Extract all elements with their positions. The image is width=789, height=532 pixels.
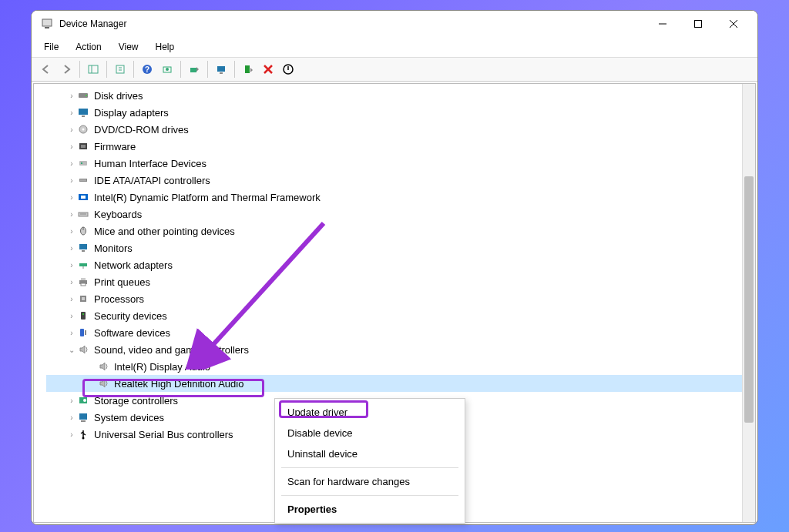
svg-point-23 — [86, 95, 87, 96]
tree-node-ide[interactable]: ›IDE ATA/ATAPI controllers — [46, 172, 755, 189]
tree-node-label: System devices — [94, 412, 164, 423]
toolbar-separator — [79, 61, 80, 78]
context-menu-item-scan-for-hardware-changes[interactable]: Scan for hardware changes — [275, 471, 465, 492]
chevron-icon[interactable]: › — [66, 261, 77, 269]
svg-point-57 — [82, 437, 85, 440]
chevron-icon[interactable]: › — [66, 142, 77, 151]
svg-rect-41 — [82, 250, 85, 252]
tree-node-label: Disk drives — [94, 90, 143, 102]
chevron-icon[interactable]: › — [66, 176, 77, 185]
context-menu-item-uninstall-device[interactable]: Uninstall device — [275, 443, 465, 464]
chevron-icon[interactable]: › — [66, 244, 77, 253]
sound-icon — [97, 377, 111, 390]
tree-node-disk[interactable]: ›Disk drives — [46, 87, 755, 104]
sound-icon — [77, 343, 91, 356]
tree-node-label: Keyboards — [94, 209, 142, 220]
enable-device-button[interactable] — [238, 60, 258, 79]
tree-node-mouse[interactable]: ›Mice and other pointing devices — [46, 223, 755, 239]
disk-icon — [77, 89, 91, 102]
tree-node-intel[interactable]: ›Intel(R) Dynamic Platform and Thermal F… — [46, 189, 755, 206]
chevron-icon[interactable]: › — [66, 125, 77, 134]
help-button[interactable]: ? — [137, 60, 157, 79]
scan-hardware-button[interactable] — [157, 60, 177, 79]
menu-action[interactable]: Action — [68, 38, 109, 55]
context-menu-item-disable-device[interactable]: Disable device — [275, 423, 465, 443]
tree-node-monitor[interactable]: ›Monitors — [46, 239, 755, 256]
chevron-icon[interactable]: ⌄ — [66, 346, 77, 354]
tree-child-node[interactable]: Intel(R) Display Audio — [46, 358, 755, 375]
chevron-icon[interactable]: › — [66, 396, 77, 405]
menu-file[interactable]: File — [36, 38, 66, 55]
tree-node-label: Network adapters — [94, 259, 173, 271]
context-menu-item-update-driver[interactable]: Update driver — [275, 402, 465, 423]
menu-help[interactable]: Help — [148, 38, 183, 55]
tree-node-label: Intel(R) Display Audio — [114, 361, 210, 373]
chevron-icon[interactable]: › — [66, 92, 77, 100]
update-driver-button[interactable] — [184, 60, 204, 79]
window-title: Device Manager — [59, 18, 645, 29]
menu-view[interactable]: View — [111, 38, 146, 55]
chevron-icon[interactable]: › — [66, 329, 77, 337]
context-menu-item-properties[interactable]: Properties — [275, 499, 465, 520]
tree-node-firmware[interactable]: ›Firmware — [46, 138, 755, 155]
maximize-button[interactable] — [680, 12, 716, 35]
printer-icon — [77, 276, 91, 288]
tree-node-keyboard[interactable]: ›Keyboards — [46, 206, 755, 223]
svg-rect-6 — [89, 65, 98, 73]
tree-node-label: Sound, video and game controllers — [94, 344, 249, 356]
minimize-button[interactable] — [645, 12, 680, 35]
system-icon — [77, 411, 91, 423]
svg-rect-25 — [82, 115, 85, 117]
chevron-icon[interactable]: › — [66, 210, 77, 219]
vertical-scrollbar[interactable] — [742, 84, 755, 522]
scroll-thumb[interactable] — [744, 176, 754, 423]
close-button[interactable] — [716, 12, 751, 35]
chevron-icon[interactable]: › — [66, 295, 77, 303]
keyboard-icon — [77, 208, 91, 220]
device-tree[interactable]: ›Disk drives›Display adapters›DVD/CD-ROM… — [34, 84, 755, 446]
chevron-icon[interactable]: › — [66, 312, 77, 320]
chevron-icon[interactable]: › — [66, 193, 77, 202]
svg-rect-30 — [79, 161, 87, 166]
tree-node-label: Firmware — [94, 141, 136, 152]
tree-node-label: Monitors — [94, 243, 133, 254]
tree-node-label: DVD/CD-ROM drives — [94, 124, 189, 136]
forward-button[interactable] — [56, 60, 76, 79]
toolbar-separator — [180, 61, 181, 78]
tree-node-security[interactable]: ›Security devices — [46, 307, 755, 324]
app-icon — [41, 18, 53, 30]
svg-rect-17 — [220, 72, 223, 74]
chevron-icon[interactable]: › — [66, 413, 77, 422]
tree-node-printer[interactable]: ›Print queues — [46, 273, 755, 290]
svg-rect-55 — [79, 413, 87, 420]
tree-node-dvd[interactable]: ›DVD/CD-ROM drives — [46, 121, 755, 138]
usb-icon — [77, 428, 91, 440]
tree-node-label: Software devices — [94, 327, 170, 339]
properties-button[interactable] — [110, 60, 130, 79]
chevron-icon[interactable]: › — [66, 109, 77, 117]
chevron-icon[interactable]: › — [66, 159, 77, 168]
titlebar: Device Manager — [32, 11, 757, 37]
svg-rect-46 — [81, 283, 86, 286]
toolbar-separator — [133, 61, 134, 78]
tree-node-hid[interactable]: ›Human Interface Devices — [46, 155, 755, 172]
chevron-icon[interactable]: › — [66, 278, 77, 286]
show-hide-tree-button[interactable] — [83, 60, 103, 79]
tree-node-network[interactable]: ›Network adapters — [46, 256, 755, 273]
monitor-button[interactable] — [211, 60, 231, 79]
tree-child-node[interactable]: Realtek High Definition Audio — [46, 375, 755, 392]
disable-device-button[interactable] — [278, 60, 298, 79]
back-button[interactable] — [36, 60, 56, 79]
chevron-icon[interactable]: › — [66, 430, 77, 439]
context-menu-separator — [281, 495, 458, 496]
tree-node-sound[interactable]: ⌄Sound, video and game controllers — [46, 341, 755, 358]
toolbar-separator — [207, 61, 208, 78]
mouse-icon — [77, 225, 91, 237]
software-icon — [77, 326, 91, 339]
tree-node-display[interactable]: ›Display adapters — [46, 104, 755, 121]
uninstall-device-button[interactable] — [258, 60, 278, 79]
tree-node-software[interactable]: ›Software devices — [46, 324, 755, 341]
chevron-icon[interactable]: › — [66, 227, 77, 236]
svg-rect-16 — [217, 66, 225, 72]
tree-node-cpu[interactable]: ›Processors — [46, 290, 755, 307]
